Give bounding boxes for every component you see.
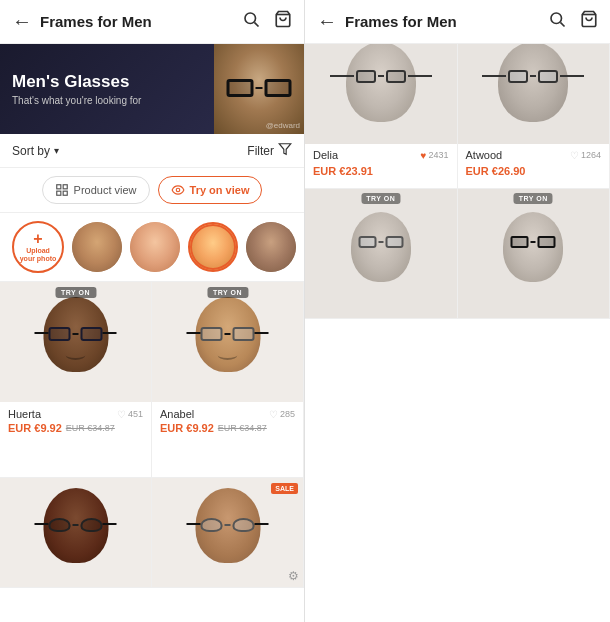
glasses-frame-right: [265, 79, 292, 97]
price-original-1: EUR €34.87: [66, 423, 115, 433]
like-row-2: ♡ 285: [269, 409, 295, 420]
product-name-2: Anabel: [160, 408, 194, 420]
avatar-3-selected[interactable]: [188, 222, 238, 272]
right-search-icon[interactable]: [548, 10, 566, 33]
svg-rect-7: [63, 191, 67, 195]
avatar-4[interactable]: [246, 222, 296, 272]
likes-count-2: 285: [280, 409, 295, 419]
svg-point-8: [176, 188, 180, 192]
avatar-1[interactable]: [72, 222, 122, 272]
tryon-view-button[interactable]: Try on view: [158, 176, 263, 204]
bridge-delia: [378, 75, 384, 77]
mannequin-1: [36, 292, 116, 392]
right-price-delia: EUR €23.91: [313, 165, 373, 177]
right-product-card-4[interactable]: TRY ON: [458, 189, 611, 319]
head-atwood: [498, 44, 568, 122]
right-product-name-delia: Delia: [313, 149, 338, 161]
product-image-3: [0, 478, 151, 588]
glasses-frame-left: [227, 79, 254, 97]
chevron-down-icon: ▾: [54, 145, 59, 156]
right-panel: ← Frames for Men TRY ON: [305, 0, 610, 622]
mannequin-head-4: [195, 488, 260, 563]
search-icon[interactable]: [242, 10, 260, 33]
right-product-image-3: [305, 189, 457, 319]
hero-glasses: [227, 79, 292, 97]
avatar-2[interactable]: [130, 222, 180, 272]
smile-2: [218, 350, 238, 360]
mannequin-head-2: [195, 297, 260, 372]
filter-icon: [278, 142, 292, 159]
mannequin-glasses-2: [201, 327, 255, 341]
price-main-1: EUR €9.92: [8, 422, 62, 434]
hero-title: Men's Glasses: [12, 72, 141, 92]
glasses-4-right: [511, 236, 556, 248]
lens-right-2: [233, 327, 255, 341]
price-row-2: EUR €9.92 EUR €34.87: [160, 422, 295, 434]
lens-right-4: [233, 518, 255, 532]
mannequin-glasses-4: [201, 518, 255, 532]
mannequin-delia: [336, 44, 426, 144]
mannequin-glasses-3: [49, 518, 103, 532]
svg-rect-5: [63, 185, 67, 189]
glasses-atwood: [482, 70, 584, 83]
sale-badge: SALE: [271, 483, 298, 494]
right-cart-icon[interactable]: [580, 10, 598, 33]
header-icons: [242, 10, 292, 33]
svg-point-9: [551, 13, 562, 24]
sort-by-button[interactable]: Sort by ▾: [12, 144, 59, 158]
product-card-anabel[interactable]: TRY ON: [152, 282, 304, 478]
right-like-row-1: ♥ 2431: [421, 150, 449, 161]
settings-icon[interactable]: ⚙: [288, 569, 299, 583]
right-price-atwood: EUR €26.90: [466, 165, 526, 177]
right-product-card-3[interactable]: TRY ON: [305, 189, 458, 319]
right-product-image-4: [458, 189, 610, 319]
right-like-row-2: ♡ 1264: [570, 150, 601, 161]
view-toggle-bar: Product view Try on view: [0, 168, 304, 213]
product-name-row-2: Anabel ♡ 285: [160, 408, 295, 420]
back-button[interactable]: ←: [12, 10, 32, 33]
svg-point-0: [245, 13, 256, 24]
mannequin-head-3: [43, 488, 108, 563]
tryon-badge-2: TRY ON: [207, 287, 248, 298]
product-card-bottom-right[interactable]: TRY ON SALE ⚙: [152, 478, 304, 588]
filter-label: Filter: [247, 144, 274, 158]
like-row-1: ♡ 451: [117, 409, 143, 420]
product-view-label: Product view: [74, 184, 137, 196]
svg-rect-6: [56, 191, 60, 195]
right-product-card-delia[interactable]: TRY ON Delia: [305, 44, 458, 189]
lens-right-1: [81, 327, 103, 341]
right-tryon-badge-3: TRY ON: [361, 193, 400, 204]
upload-photo-button[interactable]: + Uploadyour photo: [12, 221, 64, 273]
product-name-1: Huerta: [8, 408, 41, 420]
head-3-right: [351, 212, 411, 282]
right-header-icons: [548, 10, 598, 33]
product-card-huerta[interactable]: TRY ON: [0, 282, 152, 478]
right-back-button[interactable]: ←: [317, 10, 337, 33]
right-product-info-1: Delia ♥ 2431 EUR €23.91: [305, 144, 457, 184]
hero-text: Men's Glasses That's what you're looking…: [12, 72, 141, 106]
right-heart-2: ♡: [570, 150, 579, 161]
product-card-bottom-left[interactable]: TRY ON: [0, 478, 152, 588]
mannequin-atwood: [488, 44, 578, 144]
product-image-4: [152, 478, 303, 588]
product-view-button[interactable]: Product view: [42, 176, 150, 204]
tryon-view-label: Try on view: [190, 184, 250, 196]
cart-icon[interactable]: [274, 10, 292, 33]
price-main-2: EUR €9.92: [160, 422, 214, 434]
left-panel: ← Frames for Men Men's Glasses That's wh…: [0, 0, 305, 622]
right-product-card-atwood[interactable]: TRY ON Atwood: [458, 44, 611, 189]
filter-button[interactable]: Filter: [247, 142, 292, 159]
temple-left-delia: [330, 75, 354, 77]
price-row-1: EUR €9.92 EUR €34.87: [8, 422, 143, 434]
right-likes-1: 2431: [428, 150, 448, 160]
mannequin-4: [188, 483, 268, 583]
mannequin-2: [188, 292, 268, 392]
glasses-3-right: [358, 236, 403, 248]
heart-icon-1: ♡: [117, 409, 126, 420]
lens-right-3: [81, 518, 103, 532]
glasses-delia: [330, 70, 432, 83]
page-title: Frames for Men: [40, 13, 242, 30]
price-original-2: EUR €34.87: [218, 423, 267, 433]
tryon-badge-1: TRY ON: [55, 287, 96, 298]
svg-marker-3: [279, 144, 291, 155]
